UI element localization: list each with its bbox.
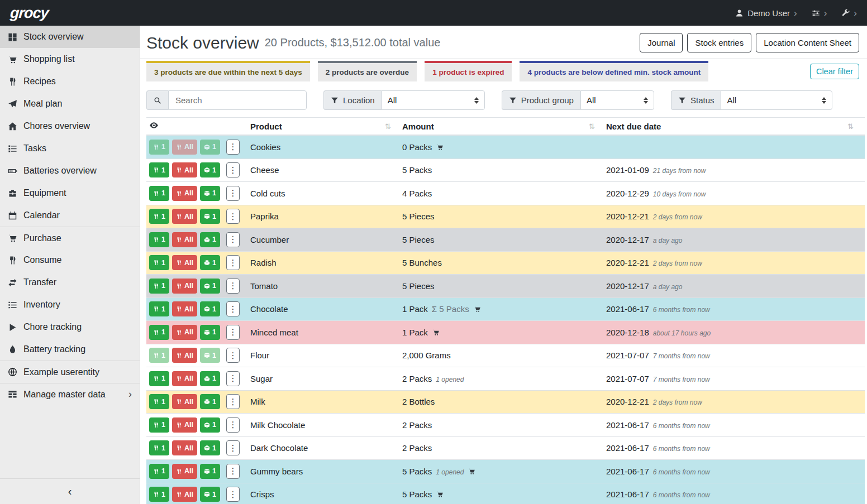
row-menu-button[interactable]: ⋮ — [226, 255, 240, 270]
banner-below-min-stock[interactable]: 4 products are below defined min. stock … — [520, 61, 708, 81]
row-menu-button[interactable]: ⋮ — [226, 232, 240, 247]
open-one-button[interactable]: 1 — [200, 301, 220, 316]
consume-one-button[interactable]: 1 — [149, 186, 169, 201]
consume-all-button[interactable]: All — [172, 487, 197, 502]
consume-all-button[interactable]: All — [172, 279, 197, 294]
open-one-button[interactable]: 1 — [200, 325, 220, 340]
user-menu[interactable]: Demo User › — [735, 8, 797, 18]
row-menu-button[interactable]: ⋮ — [226, 371, 240, 386]
open-one-button[interactable]: 1 — [200, 140, 220, 155]
status-select[interactable]: All — [721, 90, 832, 110]
consume-all-button[interactable]: All — [172, 325, 197, 340]
open-one-button[interactable]: 1 — [200, 348, 220, 363]
consume-one-button[interactable]: 1 — [149, 279, 169, 294]
product-name[interactable]: Milk — [250, 397, 402, 406]
open-one-button[interactable]: 1 — [200, 394, 220, 409]
consume-one-button[interactable]: 1 — [149, 440, 169, 455]
consume-all-button[interactable]: All — [172, 209, 197, 224]
product-name[interactable]: Radish — [250, 258, 402, 267]
row-menu-button[interactable]: ⋮ — [226, 301, 240, 316]
row-menu-button[interactable]: ⋮ — [226, 464, 240, 479]
open-one-button[interactable]: 1 — [200, 464, 220, 479]
sidebar-item-purchase[interactable]: Purchase — [0, 227, 140, 249]
sidebar-item-consume[interactable]: Consume — [0, 249, 140, 271]
row-menu-button[interactable]: ⋮ — [226, 140, 240, 155]
consume-all-button[interactable]: All — [172, 140, 197, 155]
product-name[interactable]: Cheese — [250, 165, 402, 175]
grocy-logo[interactable]: grocy — [9, 4, 49, 22]
column-header-amount[interactable]: Amount ⇅ — [402, 122, 606, 131]
product-name[interactable]: Cold cuts — [250, 189, 402, 198]
row-menu-button[interactable]: ⋮ — [226, 186, 240, 201]
consume-one-button[interactable]: 1 — [149, 417, 169, 433]
open-one-button[interactable]: 1 — [200, 371, 220, 386]
consume-one-button[interactable]: 1 — [149, 348, 169, 363]
consume-all-button[interactable]: All — [172, 394, 197, 409]
journal-button[interactable]: Journal — [640, 33, 683, 52]
location-content-sheet-button[interactable]: Location Content Sheet — [756, 33, 859, 52]
product-name[interactable]: Dark Chocolate — [250, 443, 402, 453]
consume-one-button[interactable]: 1 — [149, 255, 169, 270]
row-menu-button[interactable]: ⋮ — [226, 440, 240, 455]
sidebar-item-chores-overview[interactable]: Chores overview — [0, 115, 140, 137]
row-menu-button[interactable]: ⋮ — [226, 279, 240, 294]
row-menu-button[interactable]: ⋮ — [226, 325, 240, 340]
product-name[interactable]: Tomato — [250, 281, 402, 291]
column-visibility-button[interactable] — [146, 121, 250, 132]
product-name[interactable]: Cookies — [250, 142, 402, 152]
consume-all-button[interactable]: All — [172, 417, 197, 433]
banner-overdue[interactable]: 2 products are overdue — [318, 61, 417, 81]
consume-one-button[interactable]: 1 — [149, 487, 169, 502]
product-name[interactable]: Minced meat — [250, 328, 402, 337]
open-one-button[interactable]: 1 — [200, 162, 220, 177]
sidebar-item-transfer[interactable]: Transfer — [0, 271, 140, 294]
settings-menu[interactable]: › — [812, 8, 827, 18]
row-menu-button[interactable]: ⋮ — [226, 394, 240, 409]
column-header-product[interactable]: Product ⇅ — [250, 122, 402, 131]
consume-all-button[interactable]: All — [172, 186, 197, 201]
sidebar-item-stock-overview[interactable]: Stock overview — [0, 26, 140, 48]
stock-entries-button[interactable]: Stock entries — [687, 33, 751, 52]
open-one-button[interactable]: 1 — [200, 440, 220, 455]
consume-one-button[interactable]: 1 — [149, 464, 169, 479]
consume-all-button[interactable]: All — [172, 371, 197, 386]
search-input[interactable] — [168, 90, 307, 110]
product-name[interactable]: Crisps — [250, 489, 402, 499]
sidebar-item-chore-tracking[interactable]: Chore tracking — [0, 316, 140, 338]
open-one-button[interactable]: 1 — [200, 186, 220, 201]
open-one-button[interactable]: 1 — [200, 255, 220, 270]
consume-all-button[interactable]: All — [172, 255, 197, 270]
consume-one-button[interactable]: 1 — [149, 232, 169, 247]
product-name[interactable]: Sugar — [250, 374, 402, 383]
consume-one-button[interactable]: 1 — [149, 394, 169, 409]
consume-one-button[interactable]: 1 — [149, 371, 169, 386]
sidebar-item-example-userentity[interactable]: Example userentity — [0, 361, 140, 383]
sidebar-item-meal-plan[interactable]: Meal plan — [0, 93, 140, 115]
sidebar-item-inventory[interactable]: Inventory — [0, 294, 140, 316]
sidebar-item-calendar[interactable]: Calendar — [0, 204, 140, 227]
clear-filter-button[interactable]: Clear filter — [810, 64, 859, 79]
consume-all-button[interactable]: All — [172, 464, 197, 479]
product-name[interactable]: Chocolate — [250, 304, 402, 314]
product-name[interactable]: Gummy bears — [250, 467, 402, 476]
sidebar-item-shopping-list[interactable]: Shopping list — [0, 48, 140, 70]
open-one-button[interactable]: 1 — [200, 232, 220, 247]
row-menu-button[interactable]: ⋮ — [226, 348, 240, 363]
consume-all-button[interactable]: All — [172, 232, 197, 247]
sidebar-item-battery-tracking[interactable]: Battery tracking — [0, 338, 140, 361]
banner-expired[interactable]: 1 product is expired — [425, 61, 512, 81]
sidebar-item-manage-master-data[interactable]: Manage master data › — [0, 383, 140, 405]
consume-all-button[interactable]: All — [172, 162, 197, 177]
sidebar-collapse-button[interactable]: ‹ — [0, 478, 140, 504]
row-menu-button[interactable]: ⋮ — [226, 162, 240, 177]
consume-all-button[interactable]: All — [172, 440, 197, 455]
open-one-button[interactable]: 1 — [200, 487, 220, 502]
product-name[interactable]: Paprika — [250, 212, 402, 221]
consume-one-button[interactable]: 1 — [149, 162, 169, 177]
consume-one-button[interactable]: 1 — [149, 209, 169, 224]
location-select[interactable]: All — [382, 90, 485, 110]
open-one-button[interactable]: 1 — [200, 209, 220, 224]
column-header-next-due-date[interactable]: Next due date ⇅ — [606, 122, 865, 131]
sidebar-item-tasks[interactable]: Tasks — [0, 137, 140, 160]
product-name[interactable]: Flour — [250, 351, 402, 360]
